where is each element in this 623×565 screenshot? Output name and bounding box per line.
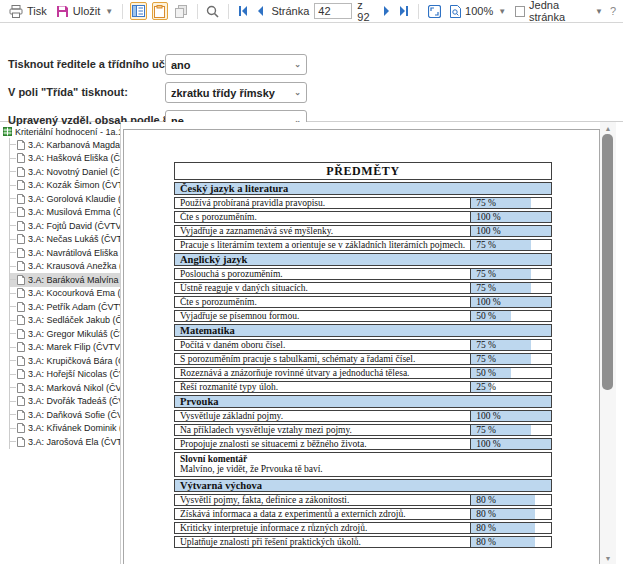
help-button[interactable]: ?	[610, 5, 616, 17]
criterion-row: Uplatňuje znalosti při řešení praktickýc…	[174, 536, 552, 548]
search-button[interactable]	[204, 4, 221, 19]
student-tree-item[interactable]: 3.A: Marková Nikol (ČVTV	[10, 381, 120, 395]
student-tree-item[interactable]: 3.A: Gregor Mikuláš (ČVT	[10, 327, 120, 341]
document-icon	[17, 153, 25, 163]
criterion-percent-cell: 75 %	[470, 339, 552, 351]
prev-page-icon	[257, 6, 264, 16]
select-class[interactable]: zkratku třídy římsky ⌄	[165, 82, 307, 103]
print-button[interactable]: Tisk	[7, 4, 49, 19]
document-icon	[17, 423, 25, 433]
page-label: Stránka	[271, 5, 309, 17]
document-icon	[17, 194, 25, 204]
document-icon	[17, 302, 25, 312]
criterion-row: Počítá v daném oboru čísel.75 %	[174, 339, 552, 351]
scroll-down-arrow[interactable]: ▼	[600, 552, 616, 564]
student-name-label: 3.A: Nečas Lukáš (ČVTV:	[28, 234, 120, 244]
criterion-text: Vysvětluje základní pojmy.	[174, 410, 470, 422]
student-name-label: 3.A: Baráková Malvína (Č	[28, 275, 120, 285]
student-name-label: 3.A: Gregor Mikuláš (ČVT	[28, 329, 120, 339]
document-icon	[17, 248, 25, 258]
student-tree-item[interactable]: 3.A: Fojtů David (ČVTV: 8	[10, 219, 120, 233]
percent-label: 75 %	[471, 269, 496, 279]
student-tree-item[interactable]: 3.A: Kozák Šimon (ČVTV:	[10, 179, 120, 193]
first-page-button[interactable]	[236, 5, 250, 17]
criterion-percent-cell: 80 %	[470, 536, 552, 548]
percent-label: 100 %	[471, 297, 501, 307]
field-label-class: V poli "Třída" tisknout:	[8, 82, 128, 103]
student-tree-item[interactable]: 3.A: Musilová Emma (ČVT	[10, 206, 120, 220]
student-name-label: 3.A: Krausová Anežka (Čv	[28, 261, 120, 271]
next-page-button[interactable]	[381, 5, 392, 17]
last-page-button[interactable]	[397, 5, 411, 17]
criterion-text: Vyjadřuje a zaznamenává své myšlenky.	[174, 225, 470, 237]
percent-label: 100 %	[471, 212, 501, 222]
comment-title: Slovní komentář	[180, 454, 546, 464]
select-class-value: zkratku třídy římsky	[171, 87, 275, 99]
clipboard-toggle-button[interactable]	[152, 2, 168, 20]
student-tree-item[interactable]: 3.A: Daňková Sofie (ČVTV	[10, 408, 120, 422]
fullscreen-icon	[428, 5, 441, 18]
criterion-row: Vysvětluje základní pojmy.100 %	[174, 410, 552, 422]
scroll-up-arrow[interactable]: ▲	[600, 122, 616, 134]
copy-button[interactable]	[173, 2, 189, 20]
percent-label: 80 %	[471, 537, 496, 547]
criterion-row: Pracuje s literárním textem a orientuje …	[174, 239, 552, 251]
student-name-label: 3.A: Krupičková Bára (ČV	[28, 356, 120, 366]
student-tree-item[interactable]: 3.A: Sedláček Jakub (ČVT	[10, 314, 120, 328]
student-tree-item[interactable]: 3.A: Hašková Eliška (ČVT	[10, 152, 120, 166]
percent-label: 50 %	[471, 368, 496, 378]
student-tree-item[interactable]: 3.A: Dvořák Tadeáš (ČVTV	[10, 395, 120, 409]
student-tree-item[interactable]: 3.A: Petřík Adam (ČVTV: 1	[10, 300, 120, 314]
toolbar-separator	[228, 4, 229, 19]
save-button[interactable]: Uložit ▼	[54, 4, 115, 19]
student-tree-item[interactable]: 3.A: Baráková Malvína (Č	[10, 273, 120, 287]
document-icon	[17, 167, 25, 177]
select-director[interactable]: ano ⌄	[165, 54, 307, 75]
student-tree-item[interactable]: 3.A: Marek Filip (ČVTV: 18	[10, 341, 120, 355]
chevron-down-icon: ▼	[105, 7, 113, 16]
scrollbar-thumb[interactable]	[602, 134, 613, 390]
student-name-label: 3.A: Novotný Daniel (ČVT	[28, 167, 120, 177]
next-page-icon	[383, 6, 390, 16]
percent-label: 75 %	[471, 198, 496, 208]
chevron-down-icon: ⌄	[294, 88, 301, 97]
criterion-text: Vysvětlí pojmy, fakta, definice a zákoni…	[174, 494, 470, 506]
student-tree-item[interactable]: 3.A: Krausová Anežka (Čv	[10, 260, 120, 274]
criterion-percent-cell: 75 %	[470, 268, 552, 280]
student-tree-item[interactable]: 3.A: Nečas Lukáš (ČVTV:	[10, 233, 120, 247]
student-name-label: 3.A: Křivánek Dominik (Čv	[28, 423, 120, 433]
print-options-form: Tisknout ředitele a třídního učitele: an…	[0, 23, 623, 122]
single-page-toggle[interactable]: Jedna stránka ▼	[513, 0, 605, 24]
criterion-percent-cell: 100 %	[470, 211, 552, 223]
document-icon	[17, 369, 25, 379]
page-number-input[interactable]	[314, 3, 352, 19]
sidebar-toggle-button[interactable]	[130, 2, 146, 20]
criterion-percent-cell: 80 %	[470, 522, 552, 534]
print-icon	[9, 5, 23, 18]
student-tree-item[interactable]: 3.A: Navrátilová Eliška (Č	[10, 246, 120, 260]
document-icon	[17, 356, 25, 366]
prev-page-button[interactable]	[255, 5, 266, 17]
student-tree-item[interactable]: 3.A: Krupičková Bára (ČV	[10, 354, 120, 368]
student-tree-item[interactable]: 3.A: Kocourková Ema (ČV	[10, 287, 120, 301]
single-page-checkbox[interactable]	[515, 6, 525, 17]
fit-page-button[interactable]	[426, 4, 443, 19]
student-tree-item[interactable]: 3.A: Karbanová Magdalén	[10, 138, 120, 152]
vertical-scrollbar[interactable]: ▲ ▼	[600, 122, 616, 564]
print-preview-pane[interactable]: PŘEDMĚTY Český jazyk a literaturaPoužívá…	[121, 122, 600, 564]
criterion-row: Kriticky interpretuje informace z různýc…	[174, 522, 552, 534]
search-icon	[206, 5, 219, 18]
student-tree-item[interactable]: 3.A: Novotný Daniel (ČVT	[10, 165, 120, 179]
student-name-label: 3.A: Daňková Sofie (ČVTV	[28, 410, 120, 420]
main-area: Kriteriální hodnocení - 1a.1 V 3.A: Karb…	[0, 122, 623, 564]
percent-label: 80 %	[471, 495, 496, 505]
zoom-level-button[interactable]: 100% ▼	[448, 4, 508, 19]
student-tree-item[interactable]: 3.A: Křivánek Dominik (Čv	[10, 422, 120, 436]
percent-label: 75 %	[471, 425, 496, 435]
student-tree-item[interactable]: 3.A: Gorolová Klaudie (ČV	[10, 192, 120, 206]
document-icon	[17, 207, 25, 217]
select-director-value: ano	[171, 59, 191, 71]
toolbar: Tisk Uložit ▼ Str	[0, 0, 623, 23]
student-tree-item[interactable]: 3.A: Jarošová Ela (ČVTV:	[10, 435, 120, 449]
student-tree-item[interactable]: 3.A: Hořejší Nicolas (ČVT	[10, 368, 120, 382]
